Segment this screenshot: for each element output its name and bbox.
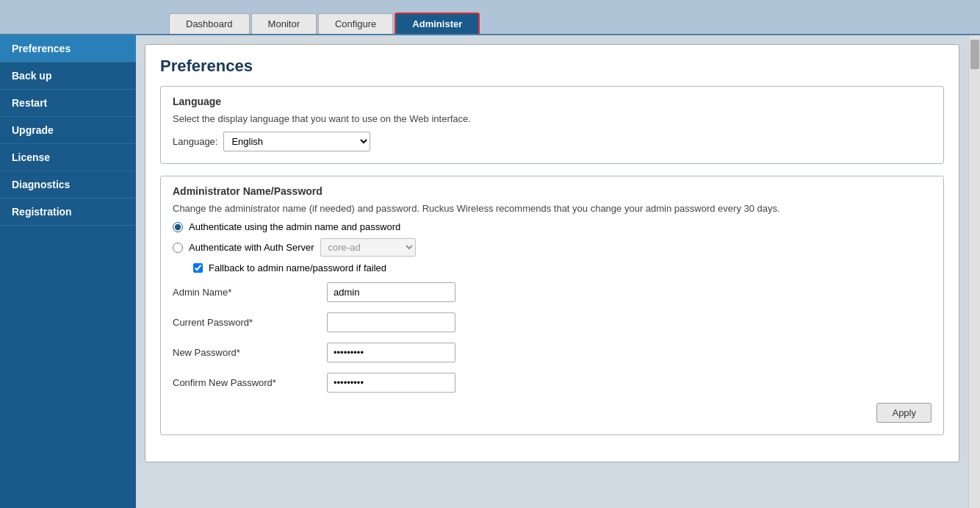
new-password-row: New Password* [173,343,932,362]
admin-name-input[interactable] [327,282,455,302]
admin-section-title: Administrator Name/Password [173,185,932,197]
scrollbar[interactable] [968,35,980,508]
language-section: Language Select the display language tha… [160,86,944,164]
radio-admin-password-label: Authenticate using the admin name and pa… [189,221,400,232]
language-select[interactable]: English Spanish French German Japanese C… [223,132,370,151]
tab-bar: Dashboard Monitor Configure Administer [0,0,980,35]
radio-auth-server-label: Authenticate with Auth Server [189,242,314,253]
content-area: Preferences Language Select the display … [136,35,968,508]
sidebar-item-upgrade[interactable]: Upgrade [0,117,136,144]
fallback-row: Fallback to admin name/password if faile… [193,262,932,273]
sidebar-item-restart[interactable]: Restart [0,90,136,117]
language-section-title: Language [173,96,932,107]
language-section-desc: Select the display language that you wan… [173,113,932,124]
tab-monitor[interactable]: Monitor [251,13,317,34]
auth-server-select[interactable]: core-ad [320,238,416,257]
confirm-password-label: Confirm New Password* [173,377,327,388]
radio-admin-password[interactable] [173,222,183,232]
admin-section-desc: Change the administrator name (if needed… [173,203,932,214]
radio-auth-server[interactable] [173,243,183,253]
admin-name-label: Admin Name* [173,287,327,298]
confirm-password-input[interactable] [327,373,455,393]
current-password-input[interactable] [327,312,455,332]
tab-administer[interactable]: Administer [394,12,480,34]
sidebar-item-diagnostics[interactable]: Diagnostics [0,171,136,198]
language-row: Language: English Spanish French German … [173,132,932,151]
fallback-label: Fallback to admin name/password if faile… [209,262,386,273]
radio-row-2: Authenticate with Auth Server core-ad [173,238,932,257]
new-password-label: New Password* [173,347,327,358]
fallback-checkbox[interactable] [193,263,203,273]
language-label: Language: [173,136,217,147]
content-panel: Preferences Language Select the display … [145,44,959,462]
apply-row: Apply [173,403,932,423]
admin-name-row: Admin Name* [173,282,932,302]
sidebar-item-registration[interactable]: Registration [0,198,136,226]
radio-row-1: Authenticate using the admin name and pa… [173,221,932,232]
admin-section: Administrator Name/Password Change the a… [160,176,944,435]
apply-button[interactable]: Apply [876,403,932,423]
new-password-input[interactable] [327,343,455,362]
confirm-password-row: Confirm New Password* [173,373,932,393]
current-password-row: Current Password* [173,312,932,332]
sidebar-item-backup[interactable]: Back up [0,62,136,90]
main-layout: Preferences Back up Restart Upgrade Lice… [0,35,980,508]
sidebar-item-preferences[interactable]: Preferences [0,35,136,62]
current-password-label: Current Password* [173,317,327,328]
tab-dashboard[interactable]: Dashboard [169,13,250,34]
scrollbar-thumb[interactable] [970,40,979,69]
page-title: Preferences [160,57,944,76]
sidebar-item-license[interactable]: License [0,144,136,171]
tab-configure[interactable]: Configure [318,13,393,34]
sidebar: Preferences Back up Restart Upgrade Lice… [0,35,136,508]
